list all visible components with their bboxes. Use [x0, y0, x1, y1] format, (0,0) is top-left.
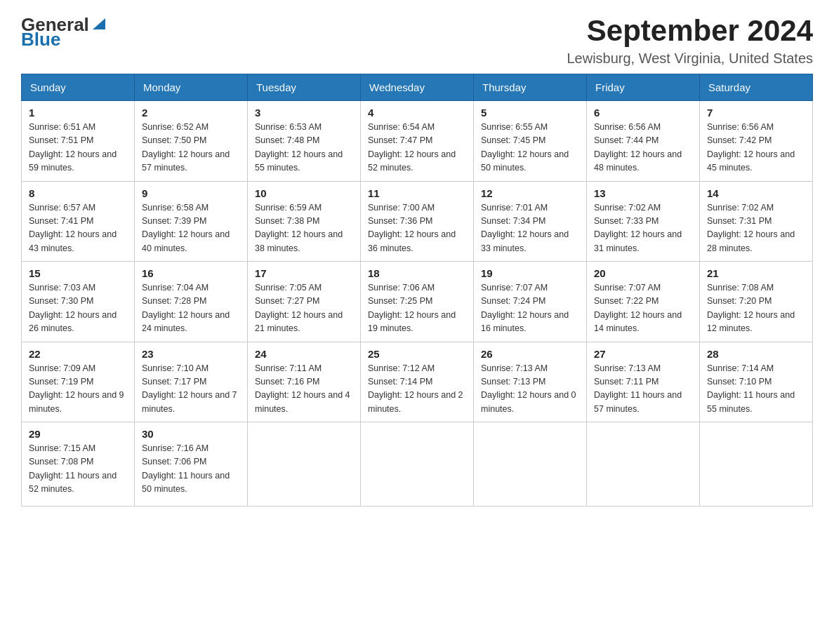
day-number: 9: [142, 187, 240, 199]
day-info: Sunrise: 7:08 AMSunset: 7:20 PMDaylight:…: [707, 283, 795, 333]
day-number: 6: [594, 107, 692, 119]
day-info: Sunrise: 7:03 AMSunset: 7:30 PMDaylight:…: [29, 283, 117, 333]
table-row: 14 Sunrise: 7:02 AMSunset: 7:31 PMDaylig…: [700, 181, 813, 262]
col-friday: Friday: [587, 74, 700, 101]
day-number: 2: [142, 107, 240, 119]
day-info: Sunrise: 7:07 AMSunset: 7:22 PMDaylight:…: [594, 283, 682, 333]
table-row: 26 Sunrise: 7:13 AMSunset: 7:13 PMDaylig…: [474, 342, 587, 422]
day-number: 26: [481, 348, 579, 360]
day-info: Sunrise: 7:09 AMSunset: 7:19 PMDaylight:…: [29, 363, 124, 414]
table-row: 20 Sunrise: 7:07 AMSunset: 7:22 PMDaylig…: [587, 262, 700, 342]
day-number: 30: [142, 428, 240, 440]
day-info: Sunrise: 7:01 AMSunset: 7:34 PMDaylight:…: [481, 203, 569, 253]
col-thursday: Thursday: [474, 74, 587, 101]
table-row: 24 Sunrise: 7:11 AMSunset: 7:16 PMDaylig…: [248, 342, 361, 422]
day-info: Sunrise: 7:13 AMSunset: 7:13 PMDaylight:…: [481, 363, 576, 414]
table-row: [587, 422, 700, 507]
table-row: 10 Sunrise: 6:59 AMSunset: 7:38 PMDaylig…: [248, 181, 361, 262]
calendar-table: Sunday Monday Tuesday Wednesday Thursday…: [21, 74, 813, 507]
calendar-header-row: Sunday Monday Tuesday Wednesday Thursday…: [22, 74, 813, 101]
table-row: 16 Sunrise: 7:04 AMSunset: 7:28 PMDaylig…: [135, 262, 248, 342]
day-number: 22: [29, 348, 127, 360]
table-row: 1 Sunrise: 6:51 AMSunset: 7:51 PMDayligh…: [22, 101, 135, 182]
day-number: 12: [481, 187, 579, 199]
table-row: 30 Sunrise: 7:16 AMSunset: 7:06 PMDaylig…: [135, 422, 248, 507]
table-row: [361, 422, 474, 507]
day-info: Sunrise: 6:56 AMSunset: 7:42 PMDaylight:…: [707, 122, 795, 173]
table-row: 6 Sunrise: 6:56 AMSunset: 7:44 PMDayligh…: [587, 101, 700, 182]
col-monday: Monday: [135, 74, 248, 101]
day-number: 29: [29, 428, 127, 440]
calendar-week-row: 29 Sunrise: 7:15 AMSunset: 7:08 PMDaylig…: [22, 422, 813, 507]
table-row: 25 Sunrise: 7:12 AMSunset: 7:14 PMDaylig…: [361, 342, 474, 422]
day-number: 20: [594, 267, 692, 279]
day-number: 11: [368, 187, 466, 199]
col-saturday: Saturday: [700, 74, 813, 101]
day-info: Sunrise: 6:57 AMSunset: 7:41 PMDaylight:…: [29, 203, 117, 253]
day-info: Sunrise: 6:54 AMSunset: 7:47 PMDaylight:…: [368, 122, 456, 173]
calendar-week-row: 1 Sunrise: 6:51 AMSunset: 7:51 PMDayligh…: [22, 101, 813, 182]
day-info: Sunrise: 7:00 AMSunset: 7:36 PMDaylight:…: [368, 203, 456, 253]
day-number: 23: [142, 348, 240, 360]
day-number: 10: [255, 187, 353, 199]
day-number: 14: [707, 187, 805, 199]
day-info: Sunrise: 7:04 AMSunset: 7:28 PMDaylight:…: [142, 283, 230, 333]
day-number: 19: [481, 267, 579, 279]
calendar-week-row: 22 Sunrise: 7:09 AMSunset: 7:19 PMDaylig…: [22, 342, 813, 422]
day-info: Sunrise: 6:58 AMSunset: 7:39 PMDaylight:…: [142, 203, 230, 253]
table-row: 17 Sunrise: 7:05 AMSunset: 7:27 PMDaylig…: [248, 262, 361, 342]
table-row: 19 Sunrise: 7:07 AMSunset: 7:24 PMDaylig…: [474, 262, 587, 342]
col-wednesday: Wednesday: [361, 74, 474, 101]
day-info: Sunrise: 7:11 AMSunset: 7:16 PMDaylight:…: [255, 363, 350, 414]
day-number: 18: [368, 267, 466, 279]
day-number: 8: [29, 187, 127, 199]
day-number: 15: [29, 267, 127, 279]
table-row: 2 Sunrise: 6:52 AMSunset: 7:50 PMDayligh…: [135, 101, 248, 182]
table-row: 13 Sunrise: 7:02 AMSunset: 7:33 PMDaylig…: [587, 181, 700, 262]
day-number: 24: [255, 348, 353, 360]
day-info: Sunrise: 6:59 AMSunset: 7:38 PMDaylight:…: [255, 203, 343, 253]
day-number: 28: [707, 348, 805, 360]
day-number: 17: [255, 267, 353, 279]
day-info: Sunrise: 6:53 AMSunset: 7:48 PMDaylight:…: [255, 122, 343, 173]
table-row: 11 Sunrise: 7:00 AMSunset: 7:36 PMDaylig…: [361, 181, 474, 262]
day-info: Sunrise: 7:07 AMSunset: 7:24 PMDaylight:…: [481, 283, 569, 333]
day-number: 27: [594, 348, 692, 360]
day-number: 13: [594, 187, 692, 199]
table-row: [700, 422, 813, 507]
day-info: Sunrise: 6:51 AMSunset: 7:51 PMDaylight:…: [29, 122, 117, 173]
table-row: 22 Sunrise: 7:09 AMSunset: 7:19 PMDaylig…: [22, 342, 135, 422]
location-text: Lewisburg, West Virginia, United States: [567, 51, 813, 67]
day-info: Sunrise: 7:15 AMSunset: 7:08 PMDaylight:…: [29, 443, 117, 494]
day-number: 4: [368, 107, 466, 119]
table-row: 9 Sunrise: 6:58 AMSunset: 7:39 PMDayligh…: [135, 181, 248, 262]
day-info: Sunrise: 7:02 AMSunset: 7:31 PMDaylight:…: [707, 203, 795, 253]
svg-marker-0: [93, 18, 105, 29]
day-info: Sunrise: 7:14 AMSunset: 7:10 PMDaylight:…: [707, 363, 795, 414]
table-row: 29 Sunrise: 7:15 AMSunset: 7:08 PMDaylig…: [22, 422, 135, 507]
day-info: Sunrise: 7:02 AMSunset: 7:33 PMDaylight:…: [594, 203, 682, 253]
table-row: [474, 422, 587, 507]
table-row: 5 Sunrise: 6:55 AMSunset: 7:45 PMDayligh…: [474, 101, 587, 182]
page-header: General Blue September 2024 Lewisburg, W…: [21, 14, 813, 67]
day-info: Sunrise: 7:10 AMSunset: 7:17 PMDaylight:…: [142, 363, 237, 414]
day-number: 1: [29, 107, 127, 119]
table-row: 18 Sunrise: 7:06 AMSunset: 7:25 PMDaylig…: [361, 262, 474, 342]
logo-triangle-icon: [91, 17, 107, 35]
day-number: 25: [368, 348, 466, 360]
table-row: 28 Sunrise: 7:14 AMSunset: 7:10 PMDaylig…: [700, 342, 813, 422]
title-section: September 2024 Lewisburg, West Virginia,…: [567, 14, 813, 67]
logo-blue-text: Blue: [21, 29, 60, 51]
table-row: 4 Sunrise: 6:54 AMSunset: 7:47 PMDayligh…: [361, 101, 474, 182]
table-row: 7 Sunrise: 6:56 AMSunset: 7:42 PMDayligh…: [700, 101, 813, 182]
col-sunday: Sunday: [22, 74, 135, 101]
day-info: Sunrise: 7:06 AMSunset: 7:25 PMDaylight:…: [368, 283, 456, 333]
day-number: 5: [481, 107, 579, 119]
table-row: 27 Sunrise: 7:13 AMSunset: 7:11 PMDaylig…: [587, 342, 700, 422]
day-number: 16: [142, 267, 240, 279]
table-row: 8 Sunrise: 6:57 AMSunset: 7:41 PMDayligh…: [22, 181, 135, 262]
day-info: Sunrise: 6:56 AMSunset: 7:44 PMDaylight:…: [594, 122, 682, 173]
day-number: 7: [707, 107, 805, 119]
col-tuesday: Tuesday: [248, 74, 361, 101]
table-row: [248, 422, 361, 507]
